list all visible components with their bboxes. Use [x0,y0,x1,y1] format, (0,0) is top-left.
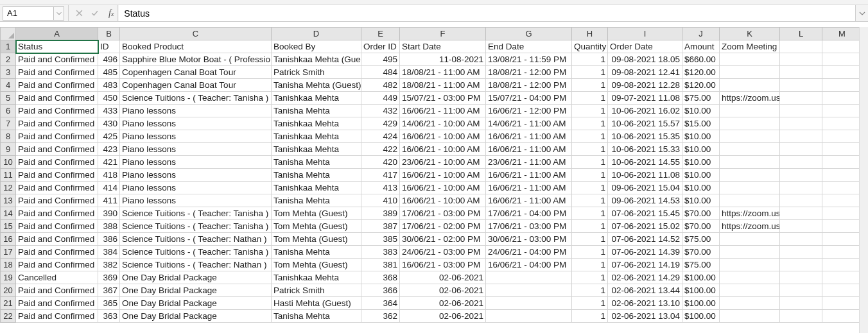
cell[interactable] [720,156,780,169]
cell[interactable]: $10.00 [682,194,720,207]
cell[interactable]: 09-06-2021 15.04 [608,182,682,194]
row-header[interactable]: 11 [1,169,16,182]
row-header[interactable]: 7 [1,117,16,130]
cell[interactable]: 16/06/21 - 03:00 PM [400,259,486,271]
cell[interactable]: 423 [98,143,120,156]
cell[interactable]: Copenhagen Canal Boat Tour [120,66,272,79]
cell[interactable]: 383 [361,246,400,259]
cell[interactable] [486,284,572,297]
cell[interactable]: 30/06/21 - 02:00 PM [400,233,486,246]
cell[interactable]: Paid and Confirmed [16,156,98,169]
cell[interactable]: 390 [98,207,120,220]
cell[interactable]: 432 [361,105,400,117]
cell[interactable]: Science Tuitions - ( Teacher: Tanisha ) [120,246,272,259]
cell[interactable]: 18/08/21 - 11:00 AM [400,79,486,92]
cell[interactable]: Piano lessons [120,130,272,143]
row-header[interactable]: 3 [1,66,16,79]
cell[interactable] [780,310,822,323]
row-header[interactable]: 14 [1,207,16,220]
cell[interactable]: 16/06/21 - 10:00 AM [400,130,486,143]
row-header[interactable]: 9 [1,143,16,156]
cell[interactable]: Tanisha Mehta [272,169,361,182]
cell[interactable]: 368 [361,271,400,284]
cell[interactable]: 433 [98,105,120,117]
cell[interactable]: 16/06/21 - 11:00 AM [486,143,572,156]
cell[interactable]: 30/06/21 - 03:00 PM [486,233,572,246]
cell[interactable]: Paid and Confirmed [16,246,98,259]
cell[interactable]: 23/06/21 - 11:00 AM [486,156,572,169]
cell[interactable]: 10-06-2021 14.55 [608,156,682,169]
cell[interactable]: Piano lessons [120,194,272,207]
cell[interactable] [780,207,822,220]
cell[interactable]: 07-06-2021 14.52 [608,233,682,246]
cell[interactable] [822,130,862,143]
cell[interactable]: 365 [98,297,120,310]
vertical-scrollbar[interactable] [859,27,868,333]
cell[interactable]: 02-06-2021 [400,310,486,323]
cell[interactable]: Tom Mehta (Guest) [272,259,361,271]
cell[interactable]: 381 [361,259,400,271]
cell[interactable] [780,271,822,284]
row-header[interactable]: 6 [1,105,16,117]
cell[interactable]: 16/06/21 - 11:00 AM [486,169,572,182]
cell[interactable]: 17/06/21 - 03:00 PM [400,207,486,220]
cell[interactable]: $120.00 [682,79,720,92]
cell[interactable]: 430 [98,117,120,130]
cell[interactable]: 424 [361,130,400,143]
cell[interactable]: Tanishkaa Mehta [272,271,361,284]
cell[interactable]: $15.00 [682,117,720,130]
cell[interactable]: 10-06-2021 15.57 [608,117,682,130]
grid-area[interactable]: ABCDEFGHIJKLM 1StatusIDBooked ProductBoo… [0,27,868,333]
cell[interactable]: Paid and Confirmed [16,233,98,246]
cell[interactable] [486,271,572,284]
cell[interactable]: 367 [98,284,120,297]
row-header[interactable]: 4 [1,79,16,92]
cell[interactable]: 1 [572,169,608,182]
cell[interactable]: Order ID [361,40,400,53]
cell[interactable]: 18/08/21 - 12:00 PM [486,66,572,79]
cell[interactable] [720,194,780,207]
cell[interactable]: 07-06-2021 14.19 [608,259,682,271]
name-box[interactable] [3,6,54,21]
cell[interactable]: 02-06-2021 13.04 [608,310,682,323]
cell[interactable]: Tom Mehta (Guest) [272,207,361,220]
cell[interactable]: Tanisha Mehta (Guest) [272,79,361,92]
row-header[interactable]: 13 [1,194,16,207]
cell[interactable] [822,79,862,92]
cell[interactable]: $70.00 [682,246,720,259]
cell[interactable]: 421 [98,156,120,169]
cell[interactable]: $10.00 [682,169,720,182]
cell[interactable]: ID [98,40,120,53]
cell[interactable]: 1 [572,105,608,117]
cell[interactable]: $70.00 [682,220,720,233]
cell[interactable] [780,284,822,297]
cell[interactable]: 388 [98,220,120,233]
cell[interactable]: 16/06/21 - 10:00 AM [400,143,486,156]
cell[interactable]: Tanishkaa Mehta [272,92,361,105]
cell[interactable] [720,143,780,156]
cell[interactable]: One Day Bridal Package [120,297,272,310]
cell[interactable]: $75.00 [682,92,720,105]
cell[interactable]: 366 [361,284,400,297]
cell[interactable]: 363 [98,310,120,323]
cell[interactable]: Booked By [272,40,361,53]
cell[interactable]: Science Tuitions - ( Teacher: Nathan ) [120,233,272,246]
cell[interactable]: Tanishkaa Mehta [272,143,361,156]
cell[interactable]: 14/06/21 - 11:00 AM [486,117,572,130]
col-header-C[interactable]: C [120,28,272,40]
cell[interactable]: 411 [98,194,120,207]
col-header-F[interactable]: F [400,28,486,40]
col-header-E[interactable]: E [361,28,400,40]
row-header[interactable]: 15 [1,220,16,233]
cell[interactable]: Patrick Smith [272,284,361,297]
cell[interactable] [822,284,862,297]
cell[interactable]: 1 [572,246,608,259]
cell[interactable]: Status [16,40,98,53]
cell[interactable]: https://zoom.us/j/91854483975 [720,220,780,233]
cell[interactable]: 389 [361,207,400,220]
cell[interactable] [780,259,822,271]
cell[interactable] [780,143,822,156]
cell[interactable]: 07-06-2021 14.39 [608,246,682,259]
cell[interactable]: 364 [361,297,400,310]
cell[interactable]: 369 [98,271,120,284]
